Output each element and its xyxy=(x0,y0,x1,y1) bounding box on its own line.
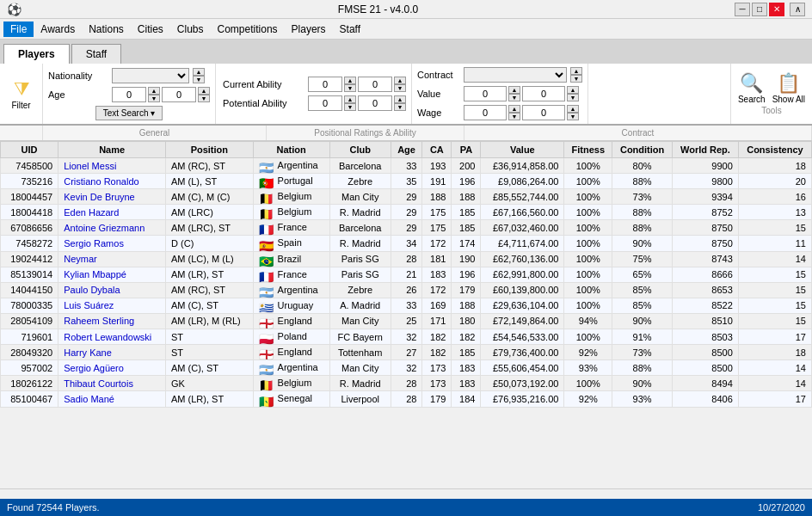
pa-max-up[interactable]: ▲ xyxy=(394,95,406,103)
cell-name[interactable]: Raheem Sterling xyxy=(58,313,166,329)
cell-name[interactable]: Kylian Mbappé xyxy=(58,267,166,282)
col-name[interactable]: Name xyxy=(58,142,166,158)
col-world-rep[interactable]: World Rep. xyxy=(673,142,739,158)
menu-competitions[interactable]: Competitions xyxy=(211,22,285,37)
col-club[interactable]: Club xyxy=(329,142,391,158)
wage-max-down[interactable]: ▼ xyxy=(567,113,579,120)
table-row[interactable]: 19024412 Neymar AM (LC), M (L) 🇧🇷Brazil … xyxy=(1,251,812,267)
table-row[interactable]: 85139014 Kylian Mbappé AM (LR), ST 🇫🇷Fra… xyxy=(1,267,812,282)
ca-max-input[interactable] xyxy=(358,77,392,92)
age-min-spin-up[interactable]: ▲ xyxy=(148,87,160,95)
nationality-spin-down[interactable]: ▼ xyxy=(193,76,205,83)
col-ca[interactable]: CA xyxy=(422,142,452,158)
col-value[interactable]: Value xyxy=(481,142,564,158)
show-all-tool[interactable]: 📋 Show All xyxy=(772,72,805,104)
cell-name[interactable]: Lionel Messi xyxy=(58,158,166,174)
text-search-button[interactable]: Text Search ▾ xyxy=(95,106,163,120)
ca-max-up[interactable]: ▲ xyxy=(394,77,406,84)
menu-cities[interactable]: Cities xyxy=(131,22,170,37)
col-consistency[interactable]: Consistency xyxy=(738,142,811,158)
cell-name[interactable]: Thibaut Courtois xyxy=(58,376,166,391)
table-row[interactable]: 18026122 Thibaut Courtois GK 🇧🇪Belgium R… xyxy=(1,376,812,391)
maximize-button[interactable]: □ xyxy=(752,3,767,16)
age-min-input[interactable]: 0 xyxy=(112,87,146,102)
wage-min-input[interactable] xyxy=(464,105,507,120)
cell-name[interactable]: Cristiano Ronaldo xyxy=(58,174,166,189)
minimize-button[interactable]: ─ xyxy=(735,3,750,16)
menu-clubs[interactable]: Clubs xyxy=(170,22,211,37)
table-row[interactable]: 7458500 Lionel Messi AM (RC), ST 🇦🇷Argen… xyxy=(1,158,812,174)
col-nation[interactable]: Nation xyxy=(253,142,329,158)
table-row[interactable]: 67086656 Antoine Griezmann AM (LRC), ST … xyxy=(1,220,812,236)
age-max-spin-down[interactable]: ▼ xyxy=(198,95,210,102)
col-uid[interactable]: UID xyxy=(1,142,58,158)
menu-awards[interactable]: Awards xyxy=(34,22,82,37)
age-min-spin-down[interactable]: ▼ xyxy=(148,95,160,102)
ca-max-down[interactable]: ▼ xyxy=(394,84,406,92)
table-row[interactable]: 28049320 Harry Kane ST 🏴󠁧󠁢󠁥󠁮󠁧󠁿England To… xyxy=(1,345,812,360)
tab-players[interactable]: Players xyxy=(3,44,70,64)
ca-min-down[interactable]: ▼ xyxy=(344,84,356,92)
cell-name[interactable]: Neymar xyxy=(58,251,166,267)
menu-players[interactable]: Players xyxy=(285,22,333,37)
close-button[interactable]: ✕ xyxy=(769,3,784,16)
contract-select[interactable] xyxy=(464,67,567,83)
col-condition[interactable]: Condition xyxy=(612,142,673,158)
cell-name[interactable]: Harry Kane xyxy=(58,345,166,360)
cell-name[interactable]: Eden Hazard xyxy=(58,205,166,220)
table-row[interactable]: 85100467 Sadio Mané AM (LR), ST 🇸🇳Senega… xyxy=(1,391,812,407)
ca-min-input[interactable] xyxy=(308,77,342,92)
value-min-input[interactable] xyxy=(464,86,507,101)
table-row[interactable]: 18004418 Eden Hazard AM (LRC) 🇧🇪Belgium … xyxy=(1,205,812,220)
table-row[interactable]: 78000335 Luis Suárez AM (C), ST 🇺🇾Urugua… xyxy=(1,298,812,313)
table-row[interactable]: 7458272 Sergio Ramos D (C) 🇪🇸Spain R. Ma… xyxy=(1,236,812,251)
ca-min-up[interactable]: ▲ xyxy=(344,77,356,84)
col-position[interactable]: Position xyxy=(166,142,254,158)
wage-max-input[interactable] xyxy=(522,105,565,120)
table-row[interactable]: 735216 Cristiano Ronaldo AM (L), ST 🇵🇹Po… xyxy=(1,174,812,189)
age-max-input[interactable]: 0 xyxy=(162,87,196,102)
menu-nations[interactable]: Nations xyxy=(82,22,131,37)
col-age[interactable]: Age xyxy=(391,142,422,158)
cell-name[interactable]: Sergio Agüero xyxy=(58,360,166,376)
table-row[interactable]: 957002 Sergio Agüero AM (C), ST 🇦🇷Argent… xyxy=(1,360,812,376)
cell-name[interactable]: Sergio Ramos xyxy=(58,236,166,251)
col-pa[interactable]: PA xyxy=(452,142,481,158)
cell-name[interactable]: Kevin De Bruyne xyxy=(58,189,166,205)
table-row[interactable]: 18004457 Kevin De Bruyne AM (C), M (C) 🇧… xyxy=(1,189,812,205)
cell-name[interactable]: Paulo Dybala xyxy=(58,282,166,298)
contract-spin-up[interactable]: ▲ xyxy=(570,67,582,75)
menu-file[interactable]: File xyxy=(3,22,34,37)
value-max-up[interactable]: ▲ xyxy=(567,86,579,94)
pa-min-input[interactable] xyxy=(308,95,342,111)
table-row[interactable]: 14044150 Paulo Dybala AM (RC), ST 🇦🇷Arge… xyxy=(1,282,812,298)
text-search-btn[interactable]: Text Search ▾ xyxy=(48,106,210,120)
cell-name[interactable]: Antoine Griezmann xyxy=(58,220,166,236)
cell-name[interactable]: Luis Suárez xyxy=(58,298,166,313)
cell-name[interactable]: Robert Lewandowski xyxy=(58,329,166,345)
search-tool[interactable]: 🔍 Search xyxy=(738,72,766,104)
tab-staff[interactable]: Staff xyxy=(71,44,121,64)
cell-name[interactable]: Sadio Mané xyxy=(58,391,166,407)
nationality-select[interactable] xyxy=(112,68,189,83)
table-container[interactable]: UID Name Position Nation Club Age CA PA … xyxy=(0,141,812,489)
pa-max-down[interactable]: ▼ xyxy=(394,103,406,111)
age-max-spin-up[interactable]: ▲ xyxy=(198,87,210,95)
value-min-down[interactable]: ▼ xyxy=(508,94,520,101)
menu-staff[interactable]: Staff xyxy=(333,22,367,37)
wage-max-up[interactable]: ▲ xyxy=(567,105,579,113)
value-min-up[interactable]: ▲ xyxy=(508,86,520,94)
table-row[interactable]: 28054109 Raheem Sterling AM (LR), M (RL)… xyxy=(1,313,812,329)
wage-min-down[interactable]: ▼ xyxy=(508,113,520,120)
wage-min-up[interactable]: ▲ xyxy=(508,105,520,113)
arrow-button[interactable]: ∧ xyxy=(790,3,805,16)
pa-min-up[interactable]: ▲ xyxy=(344,95,356,103)
nationality-spin-up[interactable]: ▲ xyxy=(193,68,205,76)
value-max-down[interactable]: ▼ xyxy=(567,94,579,101)
col-fitness[interactable]: Fitness xyxy=(564,142,612,158)
table-row[interactable]: 719601 Robert Lewandowski ST 🇵🇱Poland FC… xyxy=(1,329,812,345)
pa-max-input[interactable] xyxy=(358,95,392,111)
value-max-input[interactable] xyxy=(522,86,565,101)
pa-min-down[interactable]: ▼ xyxy=(344,103,356,111)
contract-spin-down[interactable]: ▼ xyxy=(570,75,582,83)
